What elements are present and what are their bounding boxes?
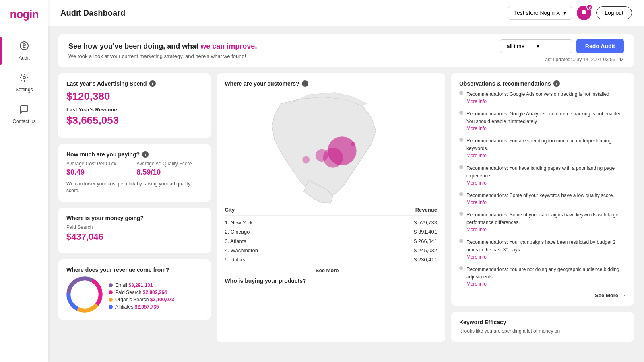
info-icon-adspend[interactable]: i — [149, 80, 156, 87]
notification-button[interactable]: 9 — [577, 6, 591, 20]
headline-highlight: we can improve — [200, 42, 255, 50]
headline-after: . — [255, 42, 257, 50]
legend-item-paid-search: Paid Search $2,802,264 — [109, 290, 174, 295]
dashboard: See how you've been doing, and what we c… — [48, 26, 644, 362]
keyword-efficacy-text: It looks like you are spending a lot of … — [459, 328, 626, 335]
obs-dot-5 — [459, 192, 463, 196]
sidebar-item-settings[interactable]: Settings — [0, 69, 48, 97]
map-bubble-small-1 — [316, 149, 328, 162]
obs-link-2[interactable]: More info — [466, 125, 626, 131]
obs-item-1: Recommendations: Google Ads conversion t… — [459, 90, 626, 104]
obs-item-5: Recommendations: Some of your keywords h… — [459, 191, 626, 206]
store-selector[interactable]: Test store Nogin X ▾ — [508, 6, 572, 20]
keyword-efficacy-title: Keyword Efficacy — [459, 319, 626, 325]
revenue-label: Last Year's Revenue — [66, 107, 202, 113]
buying-title: Who is buying your products? — [225, 278, 437, 284]
obs-link-8[interactable]: More info — [466, 281, 626, 287]
obs-link-1[interactable]: More info — [466, 99, 609, 104]
obs-text-8: Recommendations: You are not doing any g… — [466, 267, 619, 280]
obs-dot-1 — [459, 91, 463, 95]
dashboard-header-card: See how you've been doing, and what we c… — [58, 34, 634, 67]
revenue-legend: Email $3,291,131 Paid Search $2,802,264 … — [109, 282, 174, 310]
city-col-header: City — [225, 207, 235, 213]
money-going-title: Where is your money going? — [66, 215, 202, 221]
obs-item-8: Recommendations: You are not doing any g… — [459, 265, 626, 287]
store-name: Test store Nogin X — [514, 10, 560, 16]
sidebar-contact-label: Contact us — [12, 119, 35, 124]
time-filter[interactable]: all time ▾ — [500, 39, 572, 53]
obs-item-4: Recommendations: You have landing pages … — [459, 164, 626, 186]
notification-count: 9 — [586, 4, 593, 10]
svg-point-1 — [23, 76, 25, 79]
sidebar-settings-label: Settings — [15, 87, 33, 93]
right-column: Observations & recommendations i Recomme… — [451, 73, 634, 342]
email-dot — [109, 283, 113, 287]
money-going-value: $437,046 — [66, 232, 202, 242]
observations-title: Observations & recommendations i — [459, 80, 626, 87]
obs-link-4[interactable]: More info — [466, 180, 626, 186]
city-table: City Revenue 1. New York $ 529,733 2. Ch… — [225, 207, 437, 274]
header-controls: all time ▾ Redo Audit Last updated: July… — [500, 39, 624, 62]
see-more-observations[interactable]: See More → — [459, 292, 626, 298]
cpc-label: Average Cost Per Click — [66, 161, 132, 167]
legend-item-organic-search: Organic Search $2,100,073 — [109, 297, 174, 302]
revenue-col-header: Revenue — [415, 207, 437, 213]
time-filter-value: all time — [507, 43, 524, 49]
quality-metric: Average Ad Quality Score 8.59/10 — [136, 161, 202, 177]
cost-metrics: Average Cost Per Click $0.49 Average Ad … — [66, 161, 202, 177]
obs-text-2: Recommendations: Google Analytics ecomme… — [466, 111, 623, 124]
obs-dot-6 — [459, 212, 463, 216]
organic-search-dot — [109, 298, 113, 302]
cpc-metric: Average Cost Per Click $0.49 — [66, 161, 132, 177]
middle-column: Where are your customers? i — [217, 73, 445, 342]
obs-dot-7 — [459, 239, 463, 243]
obs-link-6[interactable]: More info — [466, 227, 626, 232]
headline-before: See how you've been doing, and what — [68, 42, 200, 50]
quality-value: 8.59/10 — [136, 168, 202, 177]
topbar: Audit Dashboard Test store Nogin X ▾ 9 L… — [48, 0, 644, 26]
affiliates-dot — [109, 305, 113, 309]
brand-name: nogin — [10, 8, 38, 21]
obs-text-5: Recommendations: Some of your keywords h… — [466, 193, 614, 198]
sidebar-audit-label: Audit — [19, 55, 29, 61]
legend-item-affiliates: Affiliates $2,057,735 — [109, 304, 174, 310]
ad-spend-card: Last year's Advertising Spend i $120,380… — [58, 73, 211, 138]
ad-spend-title: Last year's Advertising Spend i — [66, 80, 202, 87]
logout-button[interactable]: Log out — [596, 6, 632, 19]
map-container — [225, 90, 437, 203]
chevron-down-icon: ▾ — [563, 10, 566, 16]
map-bubble-dot — [351, 142, 356, 146]
quality-label: Average Ad Quality Score — [136, 161, 202, 167]
obs-text-4: Recommendations: You have landing pages … — [466, 165, 615, 179]
customers-map-card: Where are your customers? i — [217, 73, 445, 342]
money-going-category: Paid Search — [66, 224, 202, 230]
info-icon-obs[interactable]: i — [553, 80, 560, 87]
obs-link-3[interactable]: More info — [466, 153, 626, 158]
obs-link-7[interactable]: More info — [466, 254, 626, 260]
cpc-value: $0.49 — [66, 168, 132, 177]
info-icon-map[interactable]: i — [302, 80, 308, 87]
see-more-cities[interactable]: See More → — [225, 267, 437, 274]
sidebar-item-contact[interactable]: Contact us — [0, 101, 48, 128]
settings-icon — [19, 73, 29, 85]
customers-map-title: Where are your customers? i — [225, 80, 437, 87]
paid-search-dot — [109, 290, 113, 294]
city-row-5: 5. Dallas $ 230,411 — [225, 255, 437, 264]
page-title: Audit Dashboard — [60, 8, 508, 18]
main-content: Audit Dashboard Test store Nogin X ▾ 9 L… — [48, 0, 644, 362]
revenue-source-title: Where does your revenue come from? — [66, 267, 202, 273]
sidebar-item-audit[interactable]: Audit — [0, 37, 48, 65]
observations-card: Observations & recommendations i Recomme… — [451, 73, 634, 306]
donut-chart — [66, 276, 103, 313]
info-icon-cost[interactable]: i — [142, 151, 149, 158]
arrow-right-icon: → — [341, 267, 347, 274]
topbar-controls: Test store Nogin X ▾ 9 Log out — [508, 6, 632, 20]
main-grid: Last year's Advertising Spend i $120,380… — [58, 73, 634, 342]
legend-item-email: Email $3,291,131 — [109, 282, 174, 288]
obs-text-7: Recommendations: Your campaigns have bee… — [466, 239, 615, 253]
obs-item-3: Recommendations: You are spending too mu… — [459, 137, 626, 158]
obs-link-5[interactable]: More info — [466, 200, 614, 205]
logo: nogin — [10, 8, 38, 21]
obs-text-1: Recommendations: Google Ads conversion t… — [466, 91, 609, 97]
redo-audit-button[interactable]: Redo Audit — [576, 39, 624, 53]
